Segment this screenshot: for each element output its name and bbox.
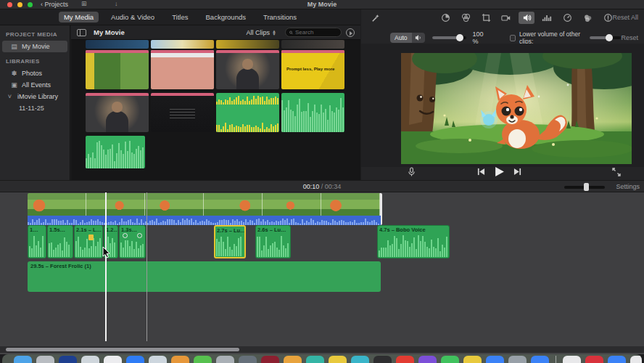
tab-transitions[interactable]: Transitions (258, 12, 302, 23)
dock-app-icon[interactable] (418, 356, 437, 363)
clip-filter-icon[interactable] (579, 12, 595, 24)
media-thumbnail-slide[interactable]: Prompt less, Play more (281, 50, 344, 89)
auto-volume-button[interactable]: Auto (390, 33, 412, 43)
dock-app-icon[interactable] (81, 356, 99, 363)
sidebar-item-my-movie[interactable]: ▤ My Movie (2, 41, 67, 52)
dock-app-icon[interactable] (508, 356, 527, 363)
noise-reduction-icon[interactable] (539, 12, 555, 24)
media-thumbnail-audio-yellow[interactable] (216, 93, 279, 132)
search-input[interactable] (295, 29, 337, 36)
dock-app-icon[interactable] (171, 356, 189, 363)
dock-app-icon[interactable] (261, 356, 279, 363)
playhead[interactable] (105, 192, 107, 341)
audio-clip[interactable]: 4.7s – Bobo Voice (377, 225, 450, 258)
fullscreen-icon[interactable] (612, 168, 621, 176)
speed-icon[interactable] (559, 12, 575, 24)
media-thumbnail-document[interactable] (151, 50, 214, 89)
play-icon[interactable] (494, 166, 505, 177)
media-thumbnail-terminal[interactable] (151, 93, 214, 132)
tab-audio-video[interactable]: Audio & Video (106, 12, 160, 23)
audio-clip[interactable]: 1… (28, 225, 46, 258)
background-music-clip[interactable]: 29.5s – Forest Frolic (1) (28, 261, 381, 292)
microphone-icon[interactable] (408, 167, 416, 177)
volume-icon[interactable] (519, 12, 534, 24)
media-thumbnail-audio[interactable] (86, 136, 145, 168)
dock-app-icon[interactable] (239, 356, 257, 363)
media-thumbnail-partial-blue[interactable] (86, 40, 149, 49)
audio-clip-selected[interactable]: 2.7s – Lu… (214, 225, 246, 258)
sidebar-item-photos[interactable]: ✽ Photos (0, 68, 70, 79)
crop-icon[interactable] (478, 12, 494, 24)
media-thumbnail-partial-yellow[interactable] (216, 40, 279, 49)
previous-frame-icon[interactable] (477, 168, 485, 176)
timeline-zoom-slider[interactable] (564, 186, 605, 189)
search-field[interactable] (285, 28, 342, 37)
audio-clip[interactable]: 2.1s – L… (74, 225, 103, 258)
fade-handle[interactable] (137, 233, 142, 238)
audio-clip[interactable]: 1.5s… (47, 225, 73, 258)
dock-app-icon[interactable] (486, 356, 504, 363)
stabilization-icon[interactable] (498, 12, 514, 24)
timeline-settings-button[interactable]: Settings (616, 183, 640, 190)
tab-my-media[interactable]: My Media (59, 12, 99, 23)
media-thumbnail-webcam[interactable] (86, 93, 149, 132)
color-correction-icon[interactable] (458, 12, 474, 24)
lower-volume-checkbox[interactable] (510, 35, 516, 41)
time-separator: / (319, 183, 325, 190)
dock-app-icon[interactable] (463, 356, 482, 363)
clip-label: 1… (30, 227, 38, 233)
video-clip-filmstrip[interactable] (28, 193, 381, 216)
horizontal-scrollbar-thumb[interactable] (6, 348, 239, 351)
dock-app-icon[interactable] (14, 356, 32, 363)
dock-app-icon[interactable] (36, 356, 54, 363)
video-audio-waveform[interactable] (28, 216, 381, 225)
dock-app-icon[interactable] (104, 356, 122, 363)
dock-app-icon[interactable] (441, 356, 459, 363)
all-clips-dropdown[interactable]: All Clips ▲▼ (247, 29, 276, 36)
media-thumbnail-partial-dark[interactable] (281, 40, 344, 49)
dock-app-icon[interactable] (149, 356, 167, 363)
audio-clip[interactable]: 2.6s – Lu… (255, 225, 291, 258)
sidebar-item-all-events[interactable]: ▣ All Events (0, 79, 70, 91)
play-filter-icon[interactable] (346, 28, 355, 37)
media-thumbnail-partial-gradient[interactable] (151, 40, 214, 49)
dock-app-icon[interactable] (126, 356, 144, 363)
dock-app-icon[interactable] (306, 356, 324, 363)
dock-app-icon[interactable] (630, 356, 642, 363)
fade-handle[interactable] (123, 233, 128, 238)
sidebar-toggle-icon[interactable] (77, 29, 86, 36)
color-balance-icon[interactable] (437, 12, 453, 24)
dock-app-icon[interactable] (585, 356, 603, 363)
reset-all-button[interactable]: Reset All (612, 14, 638, 21)
dock-app-icon[interactable] (373, 356, 392, 363)
dock-app-icon[interactable] (329, 356, 347, 363)
macos-dock[interactable] (2, 354, 642, 363)
dock-app-icon[interactable] (608, 356, 626, 363)
dock-app-icon[interactable] (396, 356, 414, 363)
tab-backgrounds[interactable]: Backgrounds (201, 12, 251, 23)
reset-button[interactable]: Reset (621, 34, 638, 41)
audio-clip[interactable]: 1.3s… (119, 225, 146, 258)
volume-slider[interactable] (432, 36, 466, 39)
sidebar-item-imovie-library[interactable]: ˅ iMovie Library (0, 91, 70, 102)
horizontal-scrollbar-track[interactable] (0, 346, 644, 353)
next-frame-icon[interactable] (513, 168, 521, 176)
media-thumbnail-fox-grid[interactable] (86, 50, 149, 89)
mute-button[interactable] (412, 33, 425, 43)
auto-enhance-wand-icon[interactable] (367, 12, 383, 25)
chevron-down-icon: ˅ (6, 93, 14, 100)
dock-app-icon[interactable] (59, 356, 77, 363)
dock-app-icon[interactable] (194, 356, 212, 363)
video-preview[interactable] (401, 53, 632, 164)
sidebar-item-event-11-11-25[interactable]: 11-11-25 (0, 102, 70, 114)
tab-titles[interactable]: Titles (167, 12, 193, 23)
media-thumbnail-audio[interactable] (281, 93, 344, 132)
dock-app-icon[interactable] (216, 356, 234, 363)
media-thumbnail-webcam[interactable] (216, 50, 279, 89)
dock-app-icon[interactable] (531, 356, 549, 363)
timeline[interactable]: 1…1.5s…2.1s – L…1.2…1.3s…2.7s – Lu…2.6s … (0, 192, 644, 346)
dock-app-icon[interactable] (284, 356, 302, 363)
dock-app-icon[interactable] (351, 356, 369, 363)
ducking-slider[interactable] (590, 36, 622, 39)
dock-app-icon[interactable] (563, 356, 581, 363)
